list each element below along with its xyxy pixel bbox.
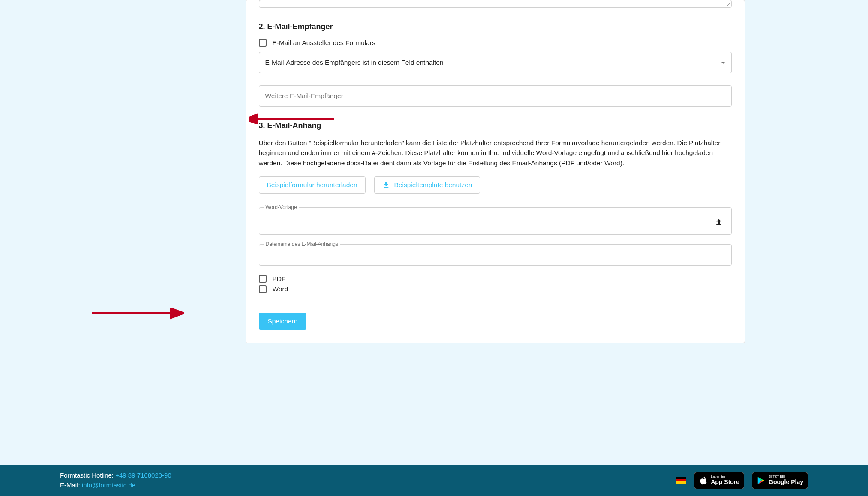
select-email-field[interactable]: E-Mail-Adresse des Empfängers ist in die… xyxy=(259,52,732,73)
hotline-label: Formtastic Hotline: xyxy=(60,472,115,479)
appstore-large-text: App Store xyxy=(711,479,739,485)
use-template-button-label: Beispieltemplate benutzen xyxy=(394,181,472,189)
playstore-large-text: Google Play xyxy=(769,479,803,485)
word-template-label: Word-Vorlage xyxy=(264,204,299,210)
form-card: 2. E-Mail-Empfänger E-Mail an Aussteller… xyxy=(246,0,745,343)
select-email-field-text: E-Mail-Adresse des Empfängers ist in die… xyxy=(265,59,444,66)
upload-icon[interactable] xyxy=(715,218,723,227)
section3-heading: 3. E-Mail-Anhang xyxy=(259,121,732,130)
appstore-badge[interactable]: Laden im App Store xyxy=(694,472,744,489)
hotline-link[interactable]: +49 89 7168020-90 xyxy=(115,472,171,479)
checkbox-word[interactable] xyxy=(259,285,267,293)
playstore-badge[interactable]: JETZT BEI Google Play xyxy=(752,472,808,489)
checkbox-pdf[interactable] xyxy=(259,275,267,283)
download-example-button[interactable]: Beispielformular herunterladen xyxy=(259,176,366,194)
textarea-top[interactable] xyxy=(259,0,732,8)
googleplay-icon xyxy=(757,476,766,485)
footer-contact: Formtastic Hotline: +49 89 7168020-90 E-… xyxy=(60,471,171,490)
download-icon xyxy=(382,181,390,189)
checkbox-email-issuer-label: E-Mail an Aussteller des Formulars xyxy=(273,39,375,47)
checkbox-word-label: Word xyxy=(273,285,288,293)
section2-heading: 2. E-Mail-Empfänger xyxy=(259,22,732,31)
email-label: E-Mail: xyxy=(60,481,82,489)
checkbox-pdf-label: PDF xyxy=(273,275,286,283)
email-link[interactable]: info@formtastic.de xyxy=(82,481,135,489)
download-example-button-label: Beispielformular herunterladen xyxy=(267,181,357,189)
section3-description: Über den Button "Beispielformular herunt… xyxy=(259,138,732,168)
chevron-down-icon xyxy=(721,62,725,64)
footer: Formtastic Hotline: +49 89 7168020-90 E-… xyxy=(0,465,868,496)
flag-de-icon[interactable] xyxy=(676,477,686,484)
save-button[interactable]: Speichern xyxy=(259,313,307,330)
use-template-button[interactable]: Beispieltemplate benutzen xyxy=(374,176,481,194)
filename-input[interactable] xyxy=(259,244,732,266)
checkbox-email-issuer[interactable] xyxy=(259,39,267,47)
additional-recipients-input[interactable] xyxy=(259,85,732,107)
filename-label: Dateiname des E-Mail-Anhangs xyxy=(264,241,340,247)
word-template-input[interactable] xyxy=(259,207,732,235)
apple-icon xyxy=(699,476,708,485)
